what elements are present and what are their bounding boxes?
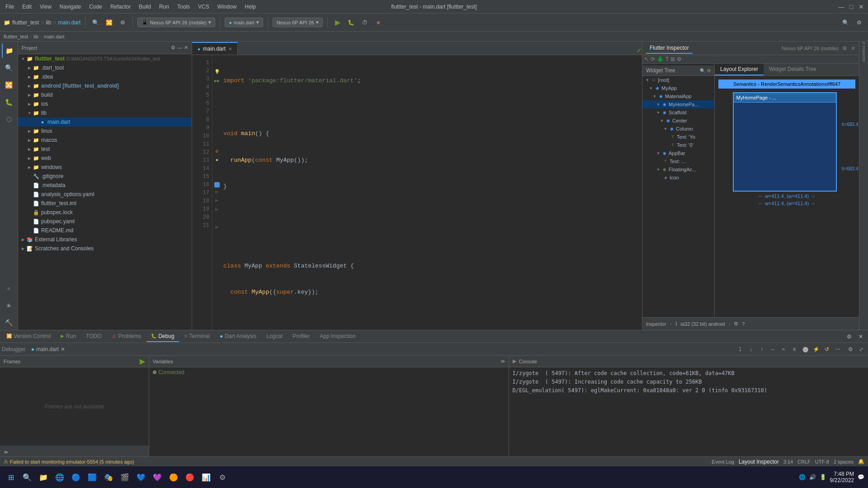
maximize-button[interactable]: □ [848, 4, 854, 10]
layout-inspector-status[interactable]: Layout Inspector [739, 459, 779, 465]
taskbar-edge-icon[interactable]: 🔵 [69, 470, 83, 484]
settings-btn[interactable]: ⚙ [117, 17, 128, 28]
frames-icon[interactable]: ≡ [789, 344, 799, 354]
tab-run[interactable]: ▶ Run [56, 331, 80, 342]
wt-column[interactable]: ▼ ◉ Column [642, 125, 714, 133]
inspector-settings-footer-icon[interactable]: ⚙ [734, 321, 738, 327]
menu-build[interactable]: Build [137, 3, 153, 11]
wt-center[interactable]: ▼ ◉ Center [642, 117, 714, 125]
variables-collapse-icon[interactable]: ≫ [500, 359, 505, 364]
layout-explorer-tab[interactable]: Layout Explorer [715, 64, 764, 75]
tab-app-inspection[interactable]: App Inspection [315, 331, 360, 342]
taskbar-ae-icon[interactable]: 🎭 [101, 470, 116, 484]
wt-floatingac[interactable]: ▼ ◉ FloatingAc... [642, 165, 714, 174]
step-into-icon[interactable]: ↓ [746, 344, 756, 354]
taskbar-vscode-icon[interactable]: 💙 [134, 470, 148, 484]
wt-search-icon[interactable]: 🔍 [700, 68, 705, 73]
tree-gitignore[interactable]: 🔧 .gitignore [18, 172, 192, 181]
run-to-cursor-icon[interactable]: → [768, 344, 778, 354]
tab-dart-analysis[interactable]: ● Dart Analysis [215, 331, 261, 342]
tab-problems[interactable]: ⚠ Problems [107, 331, 146, 342]
flutter-inspector-tab[interactable]: Flutter Inspector [646, 43, 693, 54]
menu-view[interactable]: View [38, 3, 53, 11]
menu-edit[interactable]: Edit [20, 3, 33, 11]
evaluate-icon[interactable]: ≈ [778, 344, 788, 354]
tree-ext-libs[interactable]: ▶ 📚 External Libraries [18, 235, 192, 244]
menu-file[interactable]: File [4, 3, 16, 11]
tree-root[interactable]: ▼ 📁 fluttter_test D:\MAGANG\DTS TSA Komi… [18, 54, 192, 63]
activity-debug-icon[interactable]: 🐛 [2, 95, 16, 109]
activity-structure-icon[interactable]: ≡ [2, 281, 16, 296]
settings-gear-btn[interactable]: ⚙ [854, 17, 864, 28]
bottom-settings-icon[interactable]: ⚙ [844, 331, 854, 342]
activity-extensions-icon[interactable]: ⬡ [2, 112, 16, 127]
inspector-footer-label[interactable]: inspector [646, 321, 666, 327]
layout-inspector-side-icon[interactable]: Layout Inspector [860, 43, 868, 51]
charset-status[interactable]: UTF-8 [815, 459, 829, 465]
stop-button[interactable]: ■ [373, 17, 384, 28]
sidebar-close-icon[interactable]: ✕ [184, 45, 188, 51]
hot-restart-icon[interactable]: ↺ [822, 344, 832, 354]
settings-debug-icon[interactable]: ⚙ [845, 344, 855, 354]
tree-scratches[interactable]: ▶ 📝 Scratches and Consoles [18, 244, 192, 253]
hot-reload-icon[interactable]: ⚡ [811, 344, 821, 354]
taskbar-file-icon[interactable]: 📁 [36, 470, 51, 484]
insp-refresh-icon[interactable]: ⟳ [651, 56, 655, 62]
device-selector-left[interactable]: 📱 Nexus 6P API 26 (mobile) ▾ [137, 18, 215, 27]
wt-text-0[interactable]: T Text: '0' [642, 141, 714, 149]
tree-dart-tool[interactable]: ▶ 📁 .dart_tool [18, 63, 192, 72]
step-out-icon[interactable]: ↑ [757, 344, 767, 354]
tree-windows[interactable]: ▶ 📁 windows [18, 163, 192, 172]
inspector-settings-icon[interactable]: ⚙ [842, 45, 847, 52]
toolbar-lib[interactable]: lib [46, 19, 51, 26]
git-btn[interactable]: 🔀 [104, 17, 114, 28]
position-status[interactable]: 3:14 [783, 459, 793, 465]
breakpoints-icon[interactable]: ⬤ [800, 344, 810, 354]
profile-button[interactable]: ⏱ [359, 17, 370, 28]
wt-myapp[interactable]: ▼ ◉ MyApp [642, 84, 714, 92]
breadcrumb-lib[interactable]: lib [33, 34, 38, 39]
tab-logcat[interactable]: Logcat [262, 331, 287, 342]
tree-macos[interactable]: ▶ 📁 macos [18, 136, 192, 145]
breadcrumb-project[interactable]: fluttter_test [4, 34, 28, 39]
code-content[interactable]: import 'package:flutter/material.dart'; … [222, 55, 642, 330]
bottom-close-icon[interactable]: ✕ [855, 331, 866, 342]
tab-version-control[interactable]: 🔀 Version Control [2, 331, 55, 342]
wt-scaffold[interactable]: ▼ ◉ Scaffold [642, 108, 714, 117]
notification-icon[interactable]: 🔔 [858, 459, 864, 465]
windows-start-icon[interactable]: ⊞ [4, 470, 18, 484]
taskbar-chrome-icon[interactable]: 🌐 [52, 470, 67, 484]
menu-navigate[interactable]: Navigate [58, 3, 83, 11]
breadcrumb-file[interactable]: main.dart [44, 34, 65, 39]
tree-analysis[interactable]: 📄 analysis_options.yaml [18, 190, 192, 199]
tab-close-icon[interactable]: ✕ [228, 47, 232, 52]
global-search-btn[interactable]: 🔍 [840, 17, 851, 28]
close-button[interactable]: ✕ [858, 4, 864, 10]
activity-git-icon[interactable]: 🔀 [2, 78, 16, 92]
widget-details-tab[interactable]: Widget Details Tree [764, 64, 822, 75]
wt-myhomepage[interactable]: ▼ ◉ MyHomePa... [642, 100, 714, 108]
tree-android[interactable]: ▶ 📁 android [fluttter_test_android] [18, 81, 192, 90]
menu-window[interactable]: Window [216, 3, 239, 11]
tree-pubspec[interactable]: 📄 pubspec.yaml [18, 217, 192, 226]
search-everywhere-btn[interactable]: 🔍 [90, 17, 101, 28]
taskbar-network-icon[interactable]: 🌐 [799, 474, 806, 480]
menu-run[interactable]: Run [157, 3, 171, 11]
insp-text-icon[interactable]: T [665, 56, 669, 62]
taskbar-settings-icon[interactable]: ⚙ [215, 470, 230, 484]
sidebar-collapse-icon[interactable]: — [177, 45, 182, 51]
taskbar-netflix-icon[interactable]: 🔴 [183, 470, 197, 484]
run-config-selector[interactable]: ● main.dart ▾ [225, 18, 263, 27]
activity-project-icon[interactable]: 📁 [2, 43, 16, 58]
wt-text-yo[interactable]: T Text: 'Yo [642, 133, 714, 141]
tree-readme[interactable]: 📄 README.md [18, 226, 192, 235]
taskbar-premiere-icon[interactable]: 🎬 [118, 470, 132, 484]
insp-select-icon[interactable]: ↖ [644, 56, 649, 62]
tab-debug[interactable]: 🐛 Debug [146, 331, 179, 342]
taskbar-icon-blue[interactable]: 🟦 [85, 470, 99, 484]
debug-button[interactable]: 🐛 [346, 17, 357, 28]
tree-build[interactable]: ▶ 📁 build [18, 90, 192, 99]
toolbar-project-name[interactable]: fluttter_test [12, 19, 39, 26]
tree-test[interactable]: ▶ 📁 test [18, 145, 192, 154]
inspector-close-icon[interactable]: ✕ [851, 45, 855, 52]
